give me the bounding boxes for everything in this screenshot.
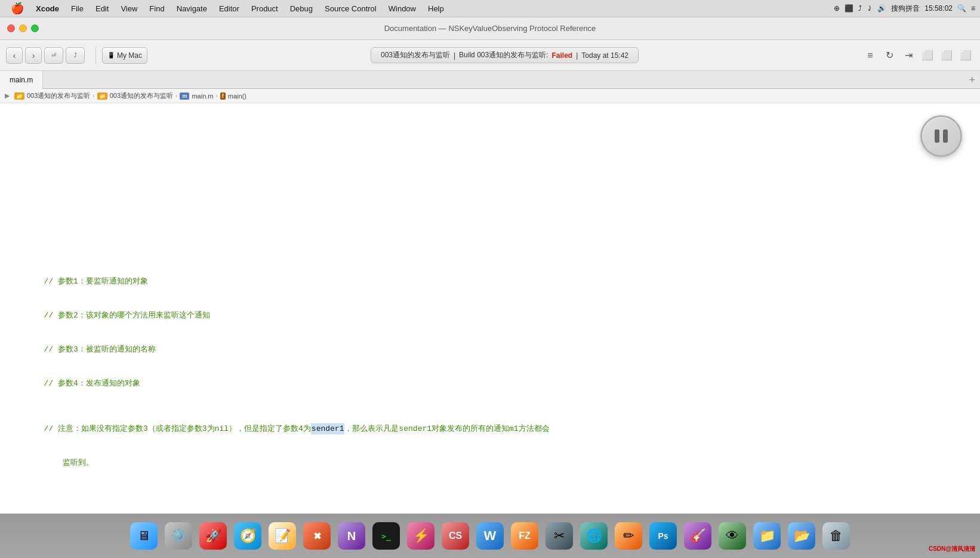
menu-share-icon[interactable]: ⤴ — [858, 4, 862, 13]
align-left-icon[interactable]: ≡ — [862, 47, 879, 64]
dock-trash[interactable]: 🗑 — [820, 520, 852, 552]
menu-debug[interactable]: Debug — [284, 0, 319, 17]
dock-scissors[interactable]: ✂ — [543, 520, 575, 552]
menu-forward-icon[interactable]: ⤸ — [867, 4, 873, 13]
dock-crossover[interactable]: ✖ — [301, 520, 333, 552]
breadcrumb-arrow[interactable]: ▶ — [5, 92, 10, 100]
csdn-badge: CSDN@清风清清 — [929, 545, 975, 553]
tab-add-button[interactable]: + — [969, 75, 975, 85]
nav-button-2[interactable]: ⏎ — [44, 47, 63, 64]
dock-globe[interactable]: 🌐 — [578, 520, 610, 552]
dock-ps[interactable]: Ps — [647, 520, 679, 552]
folder-icon-1: 📁 — [14, 93, 24, 100]
comment-text: // 参数2：该对象的哪个方法用来监听这个通知 — [44, 310, 210, 321]
file-icon-m: m — [180, 93, 189, 100]
dock-launchpad[interactable]: 🚀 — [197, 520, 229, 552]
toolbar-sep-1 — [95, 47, 96, 64]
menu-source-control[interactable]: Source Control — [319, 0, 383, 17]
build-status-prefix: Build 003通知的发布与监听: — [459, 50, 548, 60]
back-button[interactable]: ‹ — [6, 47, 23, 64]
dock-onenote[interactable]: N — [335, 520, 368, 552]
breadcrumb-item-2[interactable]: 📁 003通知的发布与监听 — [97, 91, 173, 100]
menu-sound-icon[interactable]: 🔊 — [877, 4, 886, 13]
breadcrumb-item-1[interactable]: 📁 003通知的发布与监听 — [14, 91, 90, 100]
menu-navigate[interactable]: Navigate — [171, 0, 213, 17]
func-icon: f — [220, 93, 226, 100]
maximize-button[interactable] — [31, 24, 39, 32]
code-editor[interactable]: // 参数1：要监听通知的对象 // 参数2：该对象的哪个方法用来监听这个通知 … — [0, 103, 980, 513]
tabbar: main.m + — [0, 71, 980, 89]
layout-center-icon[interactable]: ⬜ — [938, 47, 955, 64]
menu-view[interactable]: View — [115, 0, 143, 17]
dock-finder[interactable]: 🖥 — [128, 520, 160, 552]
forward-button[interactable]: › — [25, 47, 42, 64]
toolbar: ‹ › ⏎ ⤴ 📱 My Mac 003通知的发布与监听 | Build 003… — [0, 40, 980, 71]
dock-instruments[interactable]: 🎸 — [682, 520, 714, 552]
close-button[interactable] — [7, 24, 15, 32]
refresh-icon[interactable]: ↻ — [881, 47, 898, 64]
minimize-button[interactable] — [19, 24, 27, 32]
folder-icon-2: 📁 — [97, 93, 107, 100]
dock-safari[interactable]: 🧭 — [232, 520, 264, 552]
dock-word[interactable]: W — [474, 520, 506, 552]
menu-search-icon[interactable]: 🔍 — [957, 4, 966, 13]
dock-cs[interactable]: CS — [439, 520, 471, 552]
comment-text: // 参数3：被监听的通知的名称 — [44, 344, 156, 355]
pause-icon — [935, 130, 948, 143]
window-controls — [7, 24, 39, 32]
apple-menu[interactable]: 🍎 — [5, 0, 30, 17]
menubar-right: ⊕ ⬛ ⤴ ⤸ 🔊 搜狗拼音 15:58:02 🔍 ≡ — [834, 4, 975, 14]
pause-button[interactable] — [920, 115, 962, 157]
dock-ftp[interactable]: FZ — [509, 520, 541, 552]
dock-preview[interactable]: 👁 — [716, 520, 748, 552]
tab-main-m[interactable]: main.m — [0, 71, 43, 89]
comment-text: ，那么表示凡是sender1对象发布的所有的通知m1方法都会 — [344, 423, 549, 434]
code-line: // 参数1：要监听通知的对象 — [44, 276, 980, 287]
menu-find[interactable]: Find — [143, 0, 170, 17]
menu-editor[interactable]: Editor — [213, 0, 245, 17]
build-sep2: | — [576, 51, 578, 60]
breadcrumb-label-3: main.m — [192, 93, 213, 100]
nav-jump-icon[interactable]: ⇥ — [900, 47, 917, 64]
breadcrumb-label-4: main() — [228, 93, 246, 100]
layout-left-icon[interactable]: ⬜ — [919, 47, 936, 64]
breadcrumb-sep-3: › — [215, 93, 217, 99]
menu-plus-icon[interactable]: ⊕ — [834, 4, 840, 13]
breadcrumb-label-2: 003通知的发布与监听 — [110, 91, 173, 100]
code-line: // 参数4：发布通知的对象 — [44, 378, 980, 389]
comment-text: // 参数4：发布通知的对象 — [44, 378, 140, 389]
comment-text: 监听到。 — [44, 457, 94, 468]
layout-right-icon[interactable]: ⬜ — [957, 47, 974, 64]
dock-source[interactable]: ⚡ — [405, 520, 437, 552]
breadcrumb-item-3[interactable]: m main.m — [180, 93, 213, 100]
menu-product[interactable]: Product — [245, 0, 284, 17]
comment-text: // 注意：如果没有指定参数3（或者指定参数3为nil），但是指定了参数4为 — [44, 423, 311, 434]
dock-folder2[interactable]: 📂 — [785, 520, 818, 552]
build-time: Today at 15:42 — [581, 51, 628, 60]
window-title: Documentation — NSKeyValueObserving Prot… — [384, 24, 596, 33]
dock-folder[interactable]: 📁 — [751, 520, 783, 552]
toolbar-nav: ‹ › ⏎ ⤴ — [6, 47, 85, 64]
menu-list-icon[interactable]: ≡ — [971, 4, 975, 13]
breadcrumb-sep-2: › — [175, 93, 177, 99]
build-status-pill[interactable]: 003通知的发布与监听 | Build 003通知的发布与监听: Failed … — [371, 47, 639, 63]
dock-sketch[interactable]: ✏ — [612, 520, 645, 552]
build-sep1: | — [454, 51, 455, 60]
menu-box-icon[interactable]: ⬛ — [845, 4, 853, 13]
menu-edit[interactable]: Edit — [90, 0, 115, 17]
menu-help[interactable]: Help — [422, 0, 450, 17]
dock-notes[interactable]: 📝 — [266, 520, 298, 552]
dock: 🖥 ⚙️ 🚀 🧭 📝 ✖ N >_ ⚡ CS W FZ ✂ 🌐 ✏ Ps — [0, 513, 980, 558]
dock-settings[interactable]: ⚙️ — [162, 520, 195, 552]
scheme-label: My Mac — [117, 51, 142, 60]
tab-label: main.m — [10, 76, 33, 84]
nav-button-3[interactable]: ⤴ — [66, 47, 85, 64]
menu-ime[interactable]: 搜狗拼音 — [891, 4, 920, 14]
dock-terminal[interactable]: >_ — [370, 520, 402, 552]
menubar: 🍎 Xcode File Edit View Find Navigate Edi… — [0, 0, 980, 17]
menu-window[interactable]: Window — [383, 0, 422, 17]
breadcrumb-item-4[interactable]: f main() — [220, 93, 246, 100]
scheme-selector[interactable]: 📱 My Mac — [102, 47, 147, 64]
menu-file[interactable]: File — [65, 0, 90, 17]
menu-xcode[interactable]: Xcode — [30, 0, 65, 17]
